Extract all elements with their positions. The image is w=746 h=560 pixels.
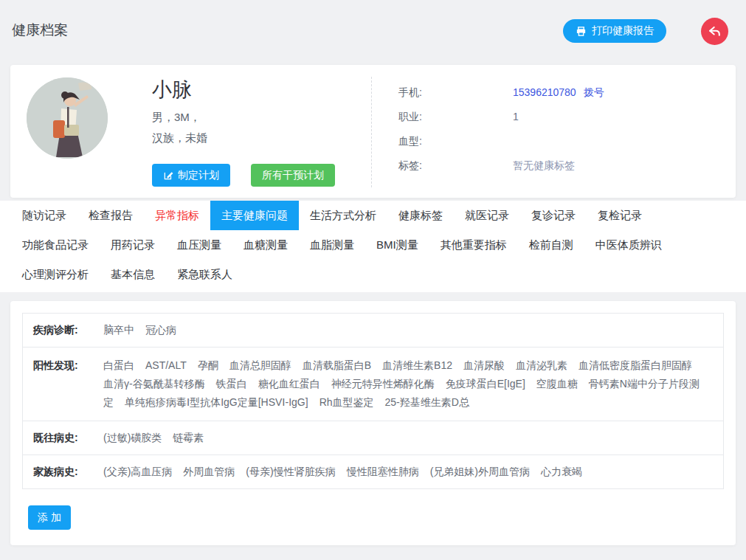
avatar — [27, 77, 108, 159]
record-label: 既往病史: — [33, 429, 103, 447]
record-row: 既往病史:(过敏)磺胺类链霉素 — [23, 421, 723, 455]
blood-type-row: 血型: — [398, 134, 731, 148]
record-item: 糖化血红蛋白 — [258, 378, 320, 390]
record-item: 血清尿酸 — [463, 359, 505, 371]
tab[interactable]: 其他重要指标 — [429, 230, 518, 260]
tab[interactable]: 异常指标 — [144, 201, 210, 230]
patient-profile-card: 小脉 男，3M， 汉族，未婚 制定计划 所有干预计划 手机: 153962107… — [10, 65, 736, 198]
tab[interactable]: 用药记录 — [100, 230, 166, 260]
record-item: 血清载脂蛋白B — [303, 359, 371, 371]
patient-sex-age: 男，3M， — [152, 111, 201, 125]
record-label: 家族病史: — [33, 463, 103, 481]
tabs: 随访记录检查报告异常指标主要健康问题生活方式分析健康标签就医记录复诊记录复检记录… — [0, 201, 746, 292]
page-title: 健康档案 — [12, 22, 68, 38]
record-row: 家族病史:(父亲)高血压病外周血管病(母亲)慢性肾脏疾病慢性阻塞性肺病(兄弟姐妹… — [23, 455, 723, 488]
record-item: (母亲)慢性肾脏疾病 — [246, 466, 335, 477]
blood-type-label: 血型: — [398, 134, 513, 148]
record-item: 神经元特异性烯醇化酶 — [331, 378, 435, 390]
record-item: 铁蛋白 — [216, 378, 247, 390]
tab[interactable]: 主要健康问题 — [210, 201, 299, 230]
record-item: 血清总胆固醇 — [229, 359, 291, 371]
phone-row: 手机: 15396210780 拨号 — [398, 85, 731, 100]
printer-icon — [576, 26, 587, 37]
record-item: 孕酮 — [198, 359, 218, 371]
record-item: 血清γ-谷氨酰基转移酶 — [103, 378, 205, 390]
contact-info: 手机: 15396210780 拨号 职业: 1 血型: 标签: 暂无健康标签 — [398, 85, 731, 182]
record-table: 疾病诊断:脑卒中冠心病阳性发现:白蛋白AST/ALT孕酮血清总胆固醇血清载脂蛋白… — [22, 313, 724, 489]
tab[interactable]: 血脂测量 — [299, 230, 365, 260]
tab[interactable]: 检查报告 — [77, 201, 144, 230]
phone-number: 15396210780 — [513, 85, 576, 100]
print-button-label: 打印健康报告 — [592, 24, 654, 38]
back-button[interactable] — [701, 18, 728, 45]
tab[interactable]: 心理测评分析 — [11, 260, 100, 289]
patient-name: 小脉 — [152, 77, 192, 103]
tab[interactable]: 复诊记录 — [520, 201, 587, 230]
record-item: 心力衰竭 — [541, 466, 582, 477]
edit-icon — [163, 170, 173, 181]
record-values: 白蛋白AST/ALT孕酮血清总胆固醇血清载脂蛋白B血清维生素B12血清尿酸血清泌… — [103, 356, 713, 412]
profile-action-buttons: 制定计划 所有干预计划 — [152, 164, 335, 187]
tab[interactable]: 就医记录 — [454, 201, 520, 230]
tab[interactable]: 健康标签 — [387, 201, 454, 230]
tab[interactable]: 中医体质辨识 — [584, 230, 673, 260]
dial-link[interactable]: 拨号 — [584, 85, 604, 100]
tab[interactable]: 生活方式分析 — [299, 201, 387, 230]
record-item: (父亲)高血压病 — [103, 466, 172, 477]
record-item: Rh血型鉴定 — [320, 396, 374, 408]
tag-label: 标签: — [398, 158, 513, 173]
tab[interactable]: 血压测量 — [166, 230, 232, 260]
record-values: (过敏)磺胺类链霉素 — [103, 429, 713, 447]
record-item: 血清维生素B12 — [382, 359, 452, 371]
phone-label: 手机: — [398, 85, 513, 100]
record-item: 免疫球蛋白E[IgE] — [446, 378, 525, 390]
record-label: 疾病诊断: — [33, 321, 103, 339]
tab-row: 心理测评分析基本信息紧急联系人 — [11, 260, 735, 289]
make-plan-label: 制定计划 — [178, 169, 219, 182]
add-button[interactable]: 添 加 — [28, 505, 71, 530]
tab[interactable]: BMI测量 — [365, 230, 429, 260]
record-values: 脑卒中冠心病 — [103, 321, 713, 339]
tab[interactable]: 复检记录 — [587, 201, 653, 230]
record-item: 单纯疱疹病毒Ⅰ型抗体IgG定量[HSVⅠ-IgG] — [125, 396, 308, 408]
tab[interactable]: 基本信息 — [100, 260, 166, 289]
record-item: 白蛋白 — [103, 359, 134, 371]
undo-arrow-icon — [708, 24, 722, 38]
record-item: 25-羟基维生素D总 — [385, 396, 469, 408]
all-intervention-plans-label: 所有干预计划 — [262, 169, 324, 182]
record-item: (过敏)磺胺类 — [103, 432, 162, 443]
occupation-value: 1 — [513, 109, 519, 124]
record-item: 血清泌乳素 — [516, 359, 567, 371]
record-label: 阳性发现: — [33, 356, 103, 412]
record-item: 外周血管病 — [183, 466, 235, 477]
tab[interactable]: 检前自测 — [518, 230, 584, 260]
tab-row: 功能食品记录用药记录血压测量血糖测量血脂测量BMI测量其他重要指标检前自测中医体… — [11, 230, 735, 260]
make-plan-button[interactable]: 制定计划 — [152, 164, 230, 187]
record-item: (兄弟姐妹)外周血管病 — [430, 466, 530, 477]
record-item: 空腹血糖 — [536, 378, 578, 390]
record-item: 血清低密度脂蛋白胆固醇 — [579, 359, 692, 371]
tab[interactable]: 随访记录 — [11, 201, 77, 230]
record-values: (父亲)高血压病外周血管病(母亲)慢性肾脏疾病慢性阻塞性肺病(兄弟姐妹)外周血管… — [103, 463, 713, 481]
tab[interactable]: 紧急联系人 — [166, 260, 244, 289]
print-health-report-button[interactable]: 打印健康报告 — [563, 19, 666, 43]
record-item: 脑卒中 — [103, 324, 134, 336]
tag-row: 标签: 暂无健康标签 — [398, 158, 731, 173]
record-item: 链霉素 — [173, 432, 204, 443]
tag-value: 暂无健康标签 — [513, 158, 575, 173]
dashed-divider — [371, 77, 372, 187]
tab-row: 随访记录检查报告异常指标主要健康问题生活方式分析健康标签就医记录复诊记录复检记录 — [11, 201, 735, 230]
health-problems-panel: 疾病诊断:脑卒中冠心病阳性发现:白蛋白AST/ALT孕酮血清总胆固醇血清载脂蛋白… — [10, 301, 736, 545]
top-bar: 健康档案 打印健康报告 — [0, 0, 746, 65]
occupation-row: 职业: 1 — [398, 109, 731, 124]
record-row: 疾病诊断:脑卒中冠心病 — [23, 314, 723, 348]
record-row: 阳性发现:白蛋白AST/ALT孕酮血清总胆固醇血清载脂蛋白B血清维生素B12血清… — [23, 348, 723, 421]
record-item: AST/ALT — [145, 359, 187, 371]
patient-ethnicity-marital: 汉族，未婚 — [152, 131, 207, 145]
record-item: 慢性阻塞性肺病 — [347, 466, 419, 477]
record-item: 冠心病 — [145, 324, 176, 336]
tab[interactable]: 血糖测量 — [232, 230, 299, 260]
occupation-label: 职业: — [398, 109, 513, 124]
all-intervention-plans-button[interactable]: 所有干预计划 — [251, 164, 335, 187]
tab[interactable]: 功能食品记录 — [11, 230, 100, 260]
